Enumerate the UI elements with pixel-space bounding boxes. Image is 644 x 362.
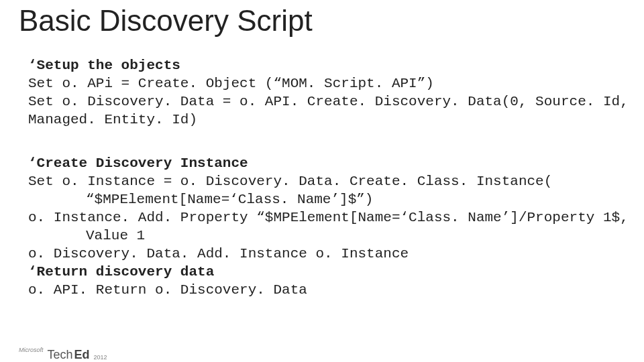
slide: Basic Discovery Script ‘Setup the object… xyxy=(0,5,644,362)
code-block-create: ‘Create Discovery Instance Set o. Instan… xyxy=(28,137,644,300)
code-line: o. Instance. Add. Property “$MPElement[N… xyxy=(28,210,629,225)
code-line: o. API. Return o. Discovery. Data xyxy=(28,282,307,298)
code-line: Set o. Discovery. Data = o. API. Create.… xyxy=(28,94,629,109)
code-block-setup: ‘Setup the objects Set o. APi = Create. … xyxy=(28,39,644,129)
code-line: o. Discovery. Data. Add. Instance o. Ins… xyxy=(28,246,409,261)
code-line: Set o. Instance = o. Discovery. Data. Cr… xyxy=(28,174,552,189)
teched-logo: Microsoft TechEd 2012 xyxy=(19,348,107,362)
comment-setup: ‘Setup the objects xyxy=(28,58,180,73)
code-line-indent: “$MPElement[Name=‘Class. Name’]$”) xyxy=(28,191,373,209)
code-line: Managed. Entity. Id) xyxy=(28,112,197,127)
code-line-indent: Value 1 xyxy=(28,227,145,245)
code-line: Set o. APi = Create. Object (“MOM. Scrip… xyxy=(28,76,434,91)
logo-tech: Tech xyxy=(48,348,73,362)
comment-create-instance: ‘Create Discovery Instance xyxy=(28,156,248,171)
logo-year: 2012 xyxy=(94,354,107,361)
logo-microsoft: Microsoft xyxy=(19,347,44,353)
comment-return: ‘Return discovery data xyxy=(28,264,214,280)
logo-ed: Ed xyxy=(74,348,90,362)
slide-title: Basic Discovery Script xyxy=(19,5,644,36)
